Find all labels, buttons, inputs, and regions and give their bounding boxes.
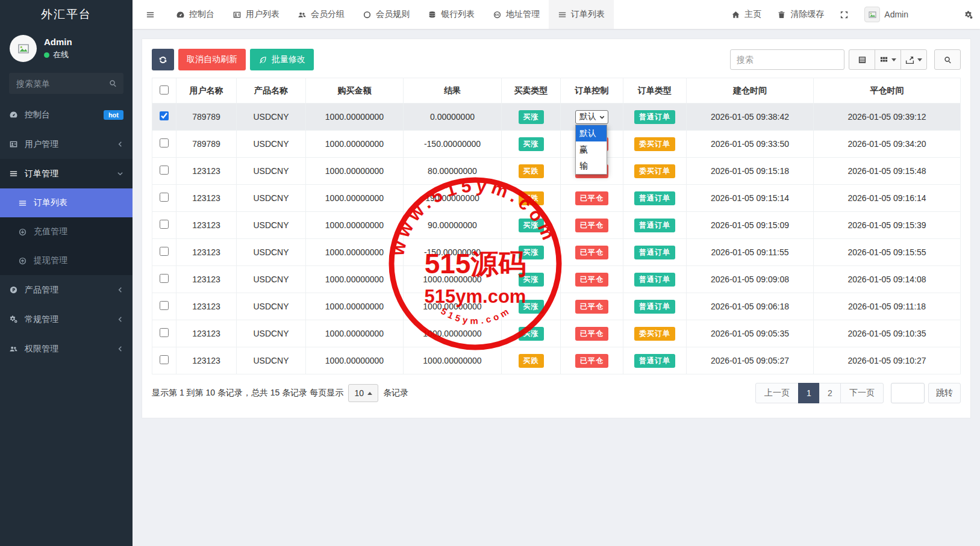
columns-toggle-button[interactable] [875,49,901,70]
menu-group-order-mgmt: 订单管理订单列表充值管理提现管理 [0,159,133,275]
idcard-icon [9,140,18,149]
table-row: 789789USDCNY1000.000000000.00000000买涨默认默… [152,104,961,131]
nav-item-order-list[interactable]: 订单列表 [549,0,614,29]
order-type-badge: 委买订单 [634,137,675,151]
order-type-badge: 普通订单 [634,354,675,368]
page-jump-input[interactable] [891,383,925,403]
prev-page-button[interactable]: 上一页 [755,383,799,403]
summary-suffix: 条记录 [383,388,408,399]
row-checkbox[interactable] [160,355,169,364]
sidebar-item-dashboard[interactable]: 控制台hot [0,100,133,129]
row-checkbox[interactable] [160,301,169,310]
row-select-cell [152,266,176,293]
row-checkbox[interactable] [160,193,169,202]
page-size-select[interactable]: 10 [348,384,378,402]
row-checkbox[interactable] [160,220,169,229]
result-cell: 1000.00000000 [404,347,502,374]
option-赢[interactable]: 赢 [576,141,607,158]
orders-card: 取消自动刷新 批量修改 [142,39,971,418]
navbar-user[interactable]: Admin [864,0,908,29]
order-control-select[interactable]: 默认 [575,110,608,124]
order-type-cell: 委买订单 [623,320,687,347]
fullscreen-icon[interactable] [840,10,849,19]
nav-item-bank-list[interactable]: 银行列表 [419,0,484,29]
sidebar-item-label: 订单管理 [25,169,117,179]
table-row: 123123USDCNY1000.0000000090.00000000买涨已平… [152,212,961,239]
menu-group-dashboard: 控制台hot [0,100,133,129]
table-row: 123123USDCNY1000.0000000080.00000000买跌已平… [152,158,961,185]
main-content: 取消自动刷新 批量修改 [133,29,980,546]
order-type-cell: 普通订单 [623,212,687,239]
search-button[interactable] [934,49,961,70]
row-select-cell [152,293,176,320]
sidebar-item-user-mgmt[interactable]: 用户管理 [0,129,133,159]
next-page-button[interactable]: 下一页 [840,383,884,403]
order-control-value: 默认 [579,111,596,122]
sidebar-item-general-mgmt[interactable]: 常规管理 [0,305,133,334]
result-cell: -150.00000000 [404,131,502,158]
amount-cell: 1000.00000000 [306,320,404,347]
row-checkbox[interactable] [160,247,169,256]
select-all-checkbox[interactable] [160,85,169,95]
user-cell: 123123 [176,212,237,239]
cc-icon [493,10,502,19]
sidebar-item-label: 用户管理 [25,139,117,150]
product-cell: USDCNY [237,266,306,293]
nav-item-member-group[interactable]: 会员分组 [289,0,354,29]
batch-edit-button[interactable]: 批量修改 [250,49,314,70]
row-select-cell [152,239,176,266]
row-checkbox[interactable] [160,166,169,175]
open-time-cell: 2026-01-05 09:11:55 [687,239,814,266]
search-icon [943,55,952,64]
home-link[interactable]: 主页 [731,0,761,29]
sidebar-item-recharge-mgmt[interactable]: 充值管理 [0,217,133,246]
user-cell: 789789 [176,104,237,131]
open-time-cell: 2026-01-05 09:38:42 [687,104,814,131]
nav-item-address-mgmt[interactable]: 地址管理 [484,0,549,29]
side-cell: 买涨 [502,293,561,320]
row-checkbox[interactable] [160,111,169,120]
product-cell: USDCNY [237,347,306,374]
user-cell: 123123 [176,185,237,212]
page-jump-button[interactable]: 跳转 [928,383,961,403]
sidebar-item-withdraw-mgmt[interactable]: 提现管理 [0,246,133,275]
row-checkbox[interactable] [160,138,169,147]
option-默认[interactable]: 默认 [576,125,607,141]
option-输[interactable]: 输 [576,158,607,174]
close-time-cell: 2026-01-05 09:11:18 [814,293,961,320]
nav-item-user-list[interactable]: 用户列表 [223,0,289,29]
submenu-order-mgmt: 订单列表充值管理提现管理 [0,188,133,275]
amount-cell: 1000.00000000 [306,293,404,320]
control-cell: 已平仓 [561,320,623,347]
settings-gear-icon[interactable] [964,10,973,19]
export-button[interactable] [900,49,927,70]
order-type-cell: 普通订单 [623,347,687,374]
clear-cache-link[interactable]: 清除缓存 [777,0,824,29]
detail-view-button[interactable] [849,49,875,70]
row-checkbox[interactable] [160,328,169,337]
summary-prefix: 显示第 1 到第 10 条记录，总共 15 条记录 每页显示 [152,388,343,399]
order-type-cell: 普通订单 [623,293,687,320]
menu-search-input[interactable] [9,73,123,94]
sidebar-item-order-mgmt[interactable]: 订单管理 [0,159,133,188]
row-checkbox[interactable] [160,274,169,283]
nav-item-dashboard[interactable]: 控制台 [167,0,223,29]
amount-cell: 1000.00000000 [306,104,404,131]
sidebar-item-permission-mgmt[interactable]: 权限管理 [0,334,133,364]
page-button-2[interactable]: 2 [819,383,841,403]
table-search-input[interactable] [730,49,844,70]
sidebar-item-order-list[interactable]: 订单列表 [0,188,133,217]
result-cell: 90.00000000 [404,212,502,239]
cancel-auto-refresh-button[interactable]: 取消自动刷新 [178,49,246,70]
hamburger-icon[interactable] [146,10,155,19]
caret-down-icon [891,58,896,61]
home-icon [731,10,740,19]
table-row: 123123USDCNY1000.000000001000.00000000买涨… [152,320,961,347]
refresh-button[interactable] [152,49,174,70]
navbar-avatar [864,7,880,22]
sidebar-item-product-mgmt[interactable]: 产品管理 [0,275,133,305]
page-button-1[interactable]: 1 [798,383,820,403]
nav-item-member-rule[interactable]: 会员规则 [354,0,419,29]
close-time-cell: 2026-01-05 09:10:35 [814,320,961,347]
gauge-icon [9,110,18,119]
